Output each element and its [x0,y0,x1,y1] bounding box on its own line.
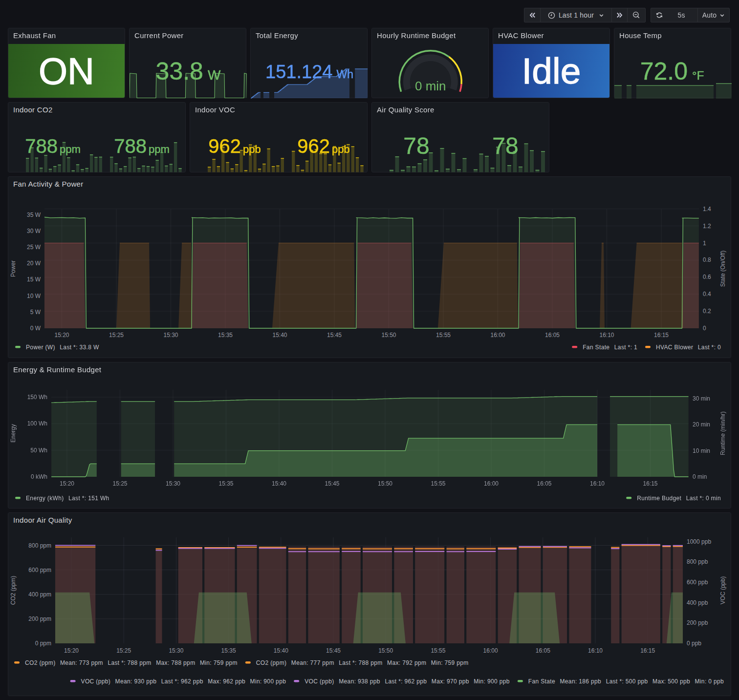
svg-text:15:40: 15:40 [272,480,286,487]
svg-text:15:50: 15:50 [381,332,396,339]
svg-text:15:45: 15:45 [327,332,342,339]
svg-text:1: 1 [703,240,706,247]
svg-text:16:05: 16:05 [537,480,551,487]
svg-text:16:15: 16:15 [654,332,669,339]
svg-text:CO2 (ppm): CO2 (ppm) [10,576,17,605]
svg-text:16:10: 16:10 [599,332,614,339]
svg-text:1.2: 1.2 [703,223,711,230]
svg-text:0 ppb: 0 ppb [687,640,701,647]
svg-text:0.8: 0.8 [703,256,711,263]
svg-text:1000 ppb: 1000 ppb [687,538,711,545]
svg-text:Last *: 962 ppb: Last *: 962 ppb [385,678,427,685]
svg-text:100 Wh: 100 Wh [27,420,47,427]
svg-text:VOC (ppb): VOC (ppb) [304,678,334,685]
svg-text:15:35: 15:35 [221,647,236,654]
svg-text:16:10: 16:10 [590,480,605,487]
svg-text:16:00: 16:00 [483,647,498,654]
svg-text:Min: 759 ppm: Min: 759 ppm [200,659,238,666]
svg-text:30 W: 30 W [27,228,41,234]
svg-text:15:25: 15:25 [112,480,127,487]
svg-text:Fan State: Fan State [528,678,555,685]
svg-text:Energy (kWh): Energy (kWh) [26,495,64,502]
svg-text:16:00: 16:00 [490,332,505,339]
svg-text:1.4: 1.4 [703,206,711,212]
svg-text:Max: 792 ppm: Max: 792 ppm [387,659,426,666]
svg-text:150 Wh: 150 Wh [27,394,47,401]
svg-text:Last *: 788 ppm: Last *: 788 ppm [339,659,382,666]
svg-text:600 ppb: 600 ppb [687,579,708,586]
svg-text:15:20: 15:20 [64,647,79,654]
svg-text:10 min: 10 min [693,447,710,454]
svg-text:0 W: 0 W [30,325,41,332]
svg-text:600 ppm: 600 ppm [28,567,51,573]
svg-text:16:05: 16:05 [545,332,560,339]
svg-text:800 ppb: 800 ppb [687,558,708,565]
svg-text:CO2 (ppm): CO2 (ppm) [256,659,287,666]
svg-text:16:00: 16:00 [484,480,499,487]
svg-text:0 min: 0 min [693,473,707,480]
svg-text:0: 0 [703,325,706,332]
svg-text:15:20: 15:20 [60,480,74,487]
svg-text:Runtime (min/hr): Runtime (min/hr) [719,411,726,455]
svg-text:10 W: 10 W [27,293,41,299]
svg-text:Last *: 1: Last *: 1 [614,344,637,351]
svg-text:50 Wh: 50 Wh [30,447,47,454]
svg-text:HVAC Blower: HVAC Blower [656,344,693,351]
svg-text:Last *: 500 ppb: Last *: 500 ppb [606,678,648,685]
svg-text:400 ppm: 400 ppm [28,591,51,598]
svg-text:0.4: 0.4 [703,291,711,297]
svg-text:Last *: 33.8 W: Last *: 33.8 W [60,344,99,351]
svg-text:Last *: 151 Wh: Last *: 151 Wh [68,495,109,502]
svg-text:Energy: Energy [10,424,17,443]
svg-text:Min: 900 ppb: Min: 900 ppb [250,678,286,685]
svg-text:15:50: 15:50 [378,480,392,487]
svg-text:VOC (ppb): VOC (ppb) [719,576,726,604]
svg-text:16:15: 16:15 [643,480,657,487]
svg-text:35 W: 35 W [27,212,41,218]
svg-text:400 ppb: 400 ppb [687,599,708,606]
svg-text:15:45: 15:45 [326,647,341,654]
svg-text:Mean: 777 ppm: Mean: 777 ppm [291,659,334,666]
svg-text:Power (W): Power (W) [26,344,55,351]
svg-text:Power: Power [10,260,17,277]
svg-text:15:55: 15:55 [431,480,445,487]
svg-text:Last *: 0 min: Last *: 0 min [686,495,721,502]
svg-text:0.6: 0.6 [703,274,711,280]
svg-text:20 W: 20 W [27,260,41,267]
svg-text:Last *: 788 ppm: Last *: 788 ppm [108,659,151,666]
svg-text:Mean: 930 ppb: Mean: 930 ppb [115,678,157,685]
svg-text:Fan State: Fan State [583,344,609,351]
svg-text:30 min: 30 min [693,395,710,402]
svg-text:16:10: 16:10 [588,647,603,654]
svg-text:15:40: 15:40 [274,647,288,654]
svg-text:Mean: 773 ppm: Mean: 773 ppm [60,659,103,666]
svg-text:16:05: 16:05 [536,647,550,654]
svg-text:Mean: 938 ppb: Mean: 938 ppb [339,678,380,685]
svg-text:Runtime Budget: Runtime Budget [637,495,681,502]
svg-text:Max: 500 ppb: Max: 500 ppb [652,678,690,685]
svg-text:15:35: 15:35 [218,480,233,487]
svg-text:Min: 759 ppm: Min: 759 ppm [431,659,469,666]
svg-text:15 W: 15 W [27,276,41,283]
svg-text:0.2: 0.2 [703,308,711,315]
svg-text:16:15: 16:15 [640,647,655,654]
svg-text:State (On/Off): State (On/Off) [719,251,726,287]
svg-text:0 ppm: 0 ppm [35,640,51,647]
svg-text:Max: 962 ppb: Max: 962 ppb [208,678,245,685]
svg-text:Last *: 962 ppb: Last *: 962 ppb [161,678,203,685]
svg-text:15:25: 15:25 [116,647,131,654]
svg-text:15:55: 15:55 [431,647,445,654]
svg-text:15:35: 15:35 [218,332,233,339]
svg-text:800 ppm: 800 ppm [28,542,51,549]
svg-text:0 kWh: 0 kWh [31,473,47,480]
svg-text:15:55: 15:55 [436,332,451,339]
svg-text:200 ppb: 200 ppb [687,619,708,626]
svg-text:Mean: 186 ppb: Mean: 186 ppb [560,678,602,685]
svg-text:VOC (ppb): VOC (ppb) [81,678,111,685]
svg-text:Max: 970 ppb: Max: 970 ppb [432,678,469,685]
svg-text:15:50: 15:50 [378,647,393,654]
svg-text:15:30: 15:30 [169,647,183,654]
svg-text:CO2 (ppm): CO2 (ppm) [25,659,56,666]
svg-text:15:45: 15:45 [325,480,339,487]
svg-text:15:30: 15:30 [166,480,180,487]
